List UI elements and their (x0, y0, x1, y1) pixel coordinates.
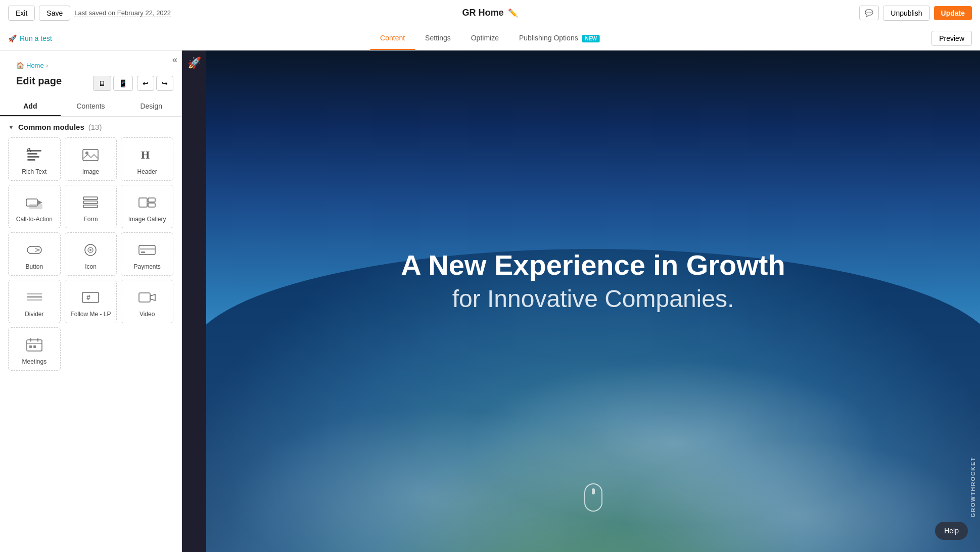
breadcrumb-home[interactable]: Home (26, 62, 44, 69)
run-test-link[interactable]: 🚀 Run a test (8, 34, 52, 42)
video-icon (138, 288, 156, 307)
redo-button[interactable]: ↪ (156, 76, 173, 91)
image-label: Image (82, 168, 99, 175)
module-form[interactable]: Form (65, 185, 117, 228)
svg-rect-10 (83, 197, 98, 199)
divider-icon (26, 288, 43, 307)
preview-button[interactable]: Preview (931, 31, 972, 46)
mobile-view-button[interactable]: 📱 (113, 76, 133, 91)
tab-design[interactable]: Design (121, 97, 181, 116)
sub-nav-right: Preview (931, 31, 972, 46)
video-label: Video (139, 311, 155, 318)
follow-me-label: Follow Me - LP (70, 311, 111, 318)
svg-rect-9 (29, 204, 42, 209)
top-bar-left: Exit Save Last saved on February 22, 202… (8, 6, 171, 21)
divider-label: Divider (25, 311, 43, 318)
page-title: GR Home (462, 8, 503, 18)
module-divider[interactable]: Divider (8, 280, 61, 323)
form-icon (82, 193, 99, 212)
follow-me-icon: # (81, 288, 100, 307)
button-label: Button (25, 263, 43, 270)
edit-icon[interactable]: ✏️ (508, 8, 518, 18)
module-button[interactable]: Button (8, 232, 61, 276)
desktop-view-button[interactable]: 🖥 (93, 76, 111, 91)
svg-rect-33 (29, 345, 32, 348)
svg-rect-15 (148, 203, 155, 207)
top-bar-right: 💬 Unpublish Update (859, 6, 972, 21)
top-bar: Exit Save Last saved on February 22, 202… (0, 0, 980, 26)
modules-grid: A Rich Text Image (8, 137, 173, 371)
preview-area: A New Experience in Growth for Innovativ… (206, 51, 980, 552)
tab-add[interactable]: Add (0, 97, 61, 116)
rocket-button[interactable]: 🚀 (181, 51, 207, 76)
module-rich-text[interactable]: A Rich Text (8, 137, 61, 181)
module-follow-me[interactable]: # Follow Me - LP (65, 280, 117, 323)
payments-icon (138, 241, 156, 259)
exit-button[interactable]: Exit (8, 6, 35, 21)
image-icon (82, 146, 99, 164)
rocket-sidebar: 🚀 (182, 51, 206, 552)
module-payments[interactable]: Payments (121, 232, 173, 276)
module-meetings[interactable]: Meetings (8, 327, 61, 371)
help-button[interactable]: Help (935, 522, 968, 540)
svg-rect-12 (83, 205, 98, 208)
sidebar: 🏠 Home › « Edit page 🖥 📱 ↩ ↪ Add (0, 51, 182, 552)
svg-point-19 (89, 249, 91, 251)
module-video[interactable]: Video (121, 280, 173, 323)
common-modules-header[interactable]: ▼ Common modules (13) (8, 123, 173, 131)
run-test-label: Run a test (20, 34, 52, 42)
svg-rect-28 (139, 293, 150, 302)
module-icon[interactable]: Icon (65, 232, 117, 276)
svg-text:A: A (26, 148, 31, 154)
scroll-dot (592, 488, 595, 494)
breadcrumb-separator: › (46, 62, 48, 69)
module-image-gallery[interactable]: Image Gallery (121, 185, 173, 228)
svg-text:H: H (141, 148, 150, 161)
modules-section: ▼ Common modules (13) A (0, 117, 181, 552)
svg-rect-11 (83, 201, 98, 204)
vertical-brand: GROWTHROCKET (966, 453, 980, 522)
unpublish-button[interactable]: Unpublish (883, 6, 929, 21)
image-gallery-icon (138, 193, 156, 212)
hero-title-line1: A New Experience in Growth (401, 249, 785, 281)
run-test-icon: 🚀 (8, 34, 17, 42)
module-image[interactable]: Image (65, 137, 117, 181)
rich-text-label: Rich Text (22, 168, 46, 175)
update-button[interactable]: Update (934, 6, 972, 20)
svg-rect-2 (27, 156, 39, 158)
meetings-label: Meetings (22, 358, 46, 365)
new-badge: NEW (582, 35, 600, 42)
svg-rect-14 (148, 198, 155, 202)
save-button[interactable]: Save (39, 6, 70, 21)
tab-contents[interactable]: Contents (61, 97, 121, 116)
button-icon (25, 241, 43, 259)
module-header[interactable]: H Header (121, 137, 173, 181)
cta-label: Call-to-Action (16, 216, 53, 223)
module-cta[interactable]: Call-to-Action (8, 185, 61, 228)
tab-optimize[interactable]: Optimize (461, 27, 509, 50)
svg-text:#: # (86, 293, 90, 302)
svg-rect-21 (139, 248, 155, 250)
section-count: (13) (88, 123, 102, 131)
rich-text-icon: A (26, 146, 42, 164)
cta-icon (25, 193, 43, 212)
sidebar-title: Edit page (8, 73, 70, 93)
sub-nav-tabs: Content Settings Optimize Publishing Opt… (370, 27, 610, 50)
tab-publishing[interactable]: Publishing Options NEW (509, 27, 610, 50)
icon-label: Icon (85, 263, 97, 270)
svg-rect-13 (139, 198, 147, 207)
last-saved-label: Last saved on February 22, 2022 (74, 9, 171, 17)
tab-settings[interactable]: Settings (415, 27, 461, 50)
header-icon: H (139, 146, 155, 164)
tab-content[interactable]: Content (370, 27, 415, 50)
svg-rect-22 (141, 252, 145, 253)
payments-label: Payments (133, 263, 160, 270)
collapse-sidebar-icon[interactable]: « (172, 55, 177, 65)
top-bar-center: GR Home ✏️ (462, 8, 518, 18)
comment-button[interactable]: 💬 (859, 6, 879, 20)
image-gallery-label: Image Gallery (128, 216, 166, 223)
svg-rect-34 (33, 345, 36, 348)
home-icon: 🏠 (16, 62, 24, 69)
form-label: Form (83, 216, 98, 223)
undo-button[interactable]: ↩ (137, 76, 154, 91)
